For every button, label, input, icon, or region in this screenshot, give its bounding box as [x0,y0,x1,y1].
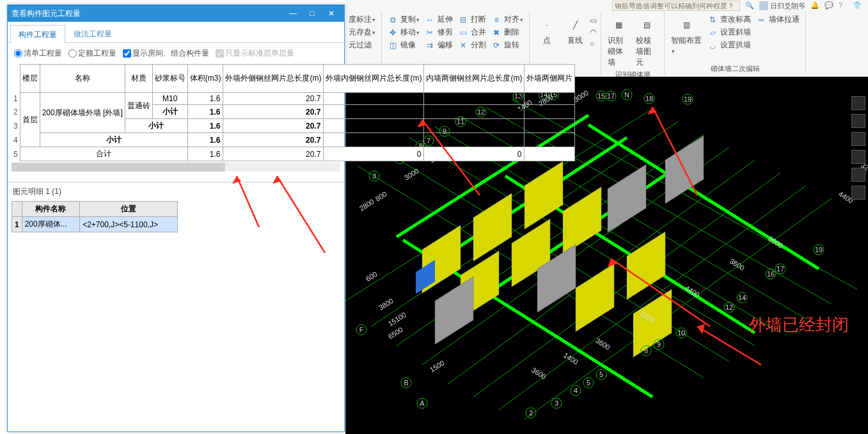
quantity-dialog: 查看构件图元工程量 — □ ✕ 构件工程量 做法工程量 清单工程量 定额工程量 … [7,4,345,432]
svg-text:3000: 3000 [403,167,420,182]
cmd-point[interactable]: ·点 [533,13,560,63]
search-icon[interactable]: 🔍 [745,1,754,10]
svg-text:2: 2 [529,409,533,417]
svg-marker-23 [525,161,563,229]
th-floor: 楼层 [20,65,40,93]
cmd-mirror[interactable]: ◫镜像 [386,39,422,51]
cmd-check-wall[interactable]: ▤校核墙图元 [633,13,660,69]
svg-marker-26 [563,187,601,255]
check-icon: ▤ [636,15,657,35]
quantity-table[interactable]: 楼层 名称 材质 砂浆标号 体积(m3) 外墙外侧钢丝网片总长度(m) 外墙内侧… [12,64,575,161]
cmd-save[interactable]: 元存盘 [347,26,377,38]
cmd-slant-wall[interactable]: ▱设置斜墙 [706,26,753,38]
cmd-move[interactable]: ✥移动 [386,26,422,38]
vp-tool-2[interactable] [851,114,865,128]
th-volume: 体积(m3) [187,65,223,93]
dialog-titlebar[interactable]: 查看构件图元工程量 — □ ✕ [8,5,344,22]
table-total-row[interactable]: 5 合计 1.6 20.7 0 0 [12,147,575,161]
vp-tool-1[interactable] [851,96,865,110]
rect-icon[interactable]: ▭ [590,16,597,25]
radio-quota-qty[interactable]: 定额工程量 [68,48,116,59]
vp-tool-3[interactable] [851,132,865,146]
cmd-recognize-wall[interactable]: ▦识别砌体墙 [605,13,632,69]
cmd-wall-through[interactable]: ═墙体拉通 [754,13,801,26]
vp-tool-6[interactable] [851,186,865,200]
svg-text:10: 10 [677,329,685,337]
svg-text:9: 9 [657,341,661,348]
cmd-rotate[interactable]: ⟳旋转 [489,39,525,51]
svg-text:15: 15 [597,92,605,100]
arc-icon[interactable]: ◠ [590,28,597,36]
close-button[interactable]: ✕ [322,8,340,19]
skin-icon[interactable]: 👕 [853,1,862,10]
cmd-delete[interactable]: ✖删除 [489,26,525,38]
svg-text:5: 5 [587,379,590,387]
tab-method-qty[interactable]: 做法工程量 [65,24,120,42]
svg-text:5: 5 [599,371,603,378]
cmd-break[interactable]: ⊟打断 [456,13,488,26]
minimize-button[interactable]: — [284,8,302,19]
chk-show-rooms[interactable]: 显示房间、组合构件量 [123,48,209,59]
dialog-title-text: 查看构件图元工程量 [12,8,283,19]
cmd-align[interactable]: ≡对齐 [489,13,525,26]
options-row: 清单工程量 定额工程量 显示房间、组合构件量 只显示标准层单层量 [8,43,344,64]
chat-icon[interactable]: 💬 [825,1,833,10]
cmd-arch-wall[interactable]: ◡设置拱墙 [706,39,753,51]
rotate-icon: ⟳ [491,40,501,51]
radio-list-qty[interactable]: 清单工程量 [14,48,62,59]
cmd-line[interactable]: ╱直线 [562,13,588,63]
cmd-dim-mark[interactable]: 度标注 [347,13,377,26]
vp-tool-5[interactable] [851,168,865,182]
vp-tool-4[interactable] [851,150,865,164]
svg-text:1500: 1500 [429,359,446,374]
cmd-trim[interactable]: ✂修剪 [423,26,455,38]
copy-icon: ⧉ [388,15,398,25]
svg-text:8: 8 [644,347,648,355]
svg-marker-32 [608,165,646,232]
merge-icon: ▭ [458,28,468,38]
cmd-offset[interactable]: ⇉偏移 [423,39,455,51]
maximize-button[interactable]: □ [303,8,321,19]
bell-icon[interactable]: 🔔 [810,1,819,10]
svg-marker-30 [435,277,473,344]
elev-icon: ⇅ [707,15,718,25]
cmd-filter[interactable]: 元过滤 [347,39,377,51]
cmd-extend[interactable]: ↔延伸 [423,13,455,26]
cmd-smart-layout[interactable]: ▥智能布置 [668,13,704,63]
svg-text:12: 12 [725,303,733,311]
svg-text:15100: 15100 [387,310,407,327]
svg-text:3: 3 [555,399,558,407]
user-menu[interactable]: 日归爻朗爷 [759,1,805,11]
svg-text:600: 600 [365,270,379,283]
table-row[interactable]: 1 首层 200厚砌体墙外墙 [外墙] 普通砖 M10 1.6 20.7 0 0 [12,93,575,105]
chk-std-floor[interactable]: 只显示标准层单层量 [216,48,294,59]
th-inner: 内墙两侧钢丝网片总长度(m) [424,65,525,93]
cmd-copy[interactable]: ⧉复制 [386,13,422,26]
cmd-merge[interactable]: ▭合并 [456,26,488,38]
cmd-split[interactable]: ✕分割 [456,39,488,51]
svg-text:B: B [404,379,408,387]
detail-row[interactable]: 1 200厚砌体... <2+700,J><5-1100,J> [12,217,178,232]
svg-text:3: 3 [372,172,376,180]
table-row[interactable]: 4 小计 1.6 20.7 0 0 [12,133,575,147]
th-outer-both: 外墙两侧网片 [525,65,575,93]
svg-text:17: 17 [777,265,784,273]
tab-component-qty[interactable]: 构件工程量 [10,25,65,43]
h-scrollbar[interactable] [12,163,340,172]
detail-table[interactable]: 构件名称 位置 1 200厚砌体... <2+700,J><5-1100,J> [12,201,178,232]
svg-text:3800: 3800 [377,297,395,312]
th-mortar: 砂浆标号 [152,65,187,93]
svg-text:A: A [420,399,425,407]
th-outer-out: 外墙外侧钢丝网片总长度(m) [223,65,324,93]
move-icon: ✥ [388,28,398,38]
search-input[interactable] [612,1,740,11]
delete-icon: ✖ [491,28,501,38]
mirror-icon: ◫ [388,40,398,51]
svg-text:2800: 2800 [358,198,375,213]
circle-icon[interactable]: ○ [590,39,597,48]
annotation-text: 外墙已经封闭 [749,314,849,336]
cmd-check-elev[interactable]: ⇅查改标高 [706,13,753,26]
align-icon: ≡ [491,15,501,25]
svg-text:19: 19 [684,95,691,103]
help-icon[interactable]: ? [839,1,848,10]
